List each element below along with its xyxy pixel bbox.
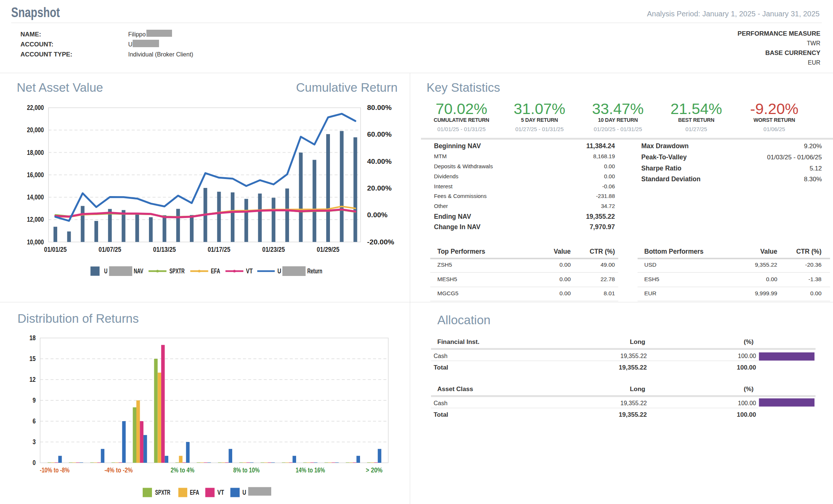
svg-text:80.00%: 80.00% [367, 104, 392, 111]
svg-text:VT: VT [217, 489, 224, 496]
svg-text:01/17/25: 01/17/25 [208, 246, 230, 253]
svg-text:-20.00%: -20.00% [367, 238, 394, 246]
svg-text:60.00%: 60.00% [367, 131, 392, 138]
svg-text:18,000: 18,000 [27, 149, 44, 156]
svg-text:U: U [104, 267, 107, 275]
svg-text:01/01/25: 01/01/25 [44, 246, 67, 253]
svg-text:40.00%: 40.00% [367, 158, 392, 165]
svg-text:U: U [278, 267, 281, 275]
svg-text:18: 18 [29, 334, 36, 342]
svg-text:20.00%: 20.00% [367, 185, 392, 192]
svg-text:16,000: 16,000 [27, 171, 44, 179]
svg-text:Return: Return [307, 267, 322, 275]
svg-text:-10% to -8%: -10% to -8% [40, 466, 69, 474]
svg-text:14,000: 14,000 [27, 194, 44, 201]
svg-text:01/13/25: 01/13/25 [153, 246, 176, 253]
svg-text:2% to 4%: 2% to 4% [171, 466, 194, 474]
svg-text:9: 9 [33, 397, 36, 404]
svg-text:SPXTR: SPXTR [169, 267, 185, 275]
svg-text:EFA: EFA [211, 267, 220, 275]
svg-text:01/29/25: 01/29/25 [317, 246, 340, 253]
svg-text:> 20%: > 20% [366, 466, 383, 474]
svg-text:SPXTR: SPXTR [155, 489, 171, 496]
svg-text:-4% to -2%: -4% to -2% [104, 466, 133, 474]
svg-text:6: 6 [33, 417, 36, 425]
svg-text:U: U [243, 489, 246, 496]
svg-text:14% to 16%: 14% to 16% [296, 466, 325, 474]
svg-text:3: 3 [33, 438, 36, 446]
svg-text:01/23/25: 01/23/25 [262, 246, 285, 253]
svg-text:0.00%: 0.00% [367, 211, 388, 219]
svg-text:NAV: NAV [134, 267, 143, 275]
svg-text:10,000: 10,000 [27, 238, 44, 246]
svg-text:0: 0 [33, 459, 36, 466]
svg-text:15: 15 [29, 355, 36, 362]
svg-text:22,000: 22,000 [27, 104, 44, 111]
svg-text:EFA: EFA [190, 489, 199, 496]
svg-text:12,000: 12,000 [27, 216, 44, 223]
svg-text:12: 12 [29, 376, 36, 383]
svg-text:8% to 10%: 8% to 10% [233, 466, 260, 474]
svg-text:01/07/25: 01/07/25 [98, 246, 121, 253]
svg-text:20,000: 20,000 [27, 126, 44, 134]
svg-text:VT: VT [246, 267, 253, 275]
